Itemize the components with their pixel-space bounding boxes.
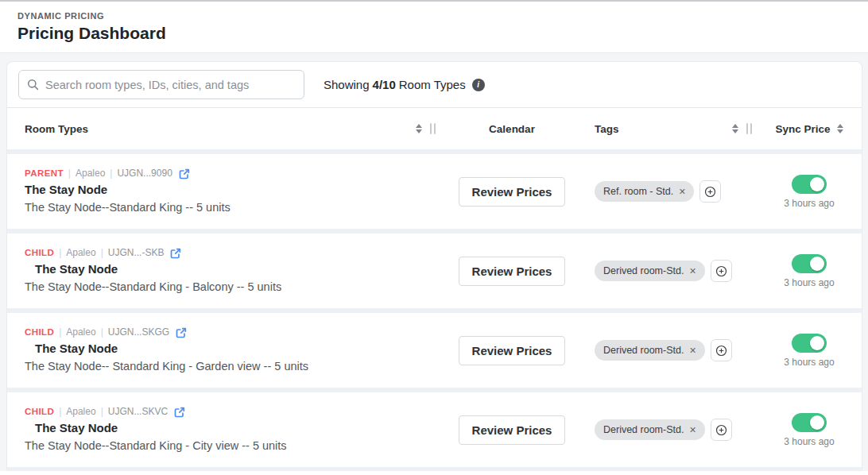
table-header: Room Types Calendar Tags Sync Price <box>7 108 862 149</box>
toggle-knob <box>810 336 824 350</box>
sync-cell: 3 hours ago <box>757 413 862 447</box>
plus-circle-icon <box>715 423 728 437</box>
tag-pill[interactable]: Derived room-Std. × <box>595 419 705 440</box>
room-types-card: Showing 4/10 Room Types i Room Types Cal… <box>6 61 862 471</box>
title-section: DYNAMIC PRICING Pricing Dashboard <box>0 2 868 53</box>
sync-cell: 3 hours ago <box>757 334 862 368</box>
info-icon[interactable]: i <box>472 79 485 91</box>
relation-badge: CHILD <box>25 406 54 418</box>
table-row: CHILD | Apaleo | UJGN...SKGG The Stay No… <box>7 313 862 388</box>
room-info-cell: PARENT | Apaleo | UJGN...9090 The Stay N… <box>7 168 440 215</box>
room-description: The Stay Node-- Standard King - Garden v… <box>25 359 440 375</box>
sync-cell: 3 hours ago <box>757 175 862 209</box>
external-link-icon[interactable] <box>179 168 190 180</box>
room-meta: CHILD | Apaleo | UJGN...-SKB <box>25 247 440 260</box>
tag-pill[interactable]: Derived room-Std. × <box>595 261 705 281</box>
room-description: The Stay Node--Standard King - City view… <box>25 438 440 454</box>
search-input[interactable] <box>45 79 296 91</box>
calendar-cell: Review Prices <box>440 177 583 207</box>
review-prices-button[interactable]: Review Prices <box>459 415 566 445</box>
header-tags[interactable]: Tags <box>583 123 757 135</box>
tags-cell: Derived room-Std. × <box>583 419 757 441</box>
add-tag-button[interactable] <box>711 339 732 361</box>
relation-badge: CHILD <box>25 326 54 338</box>
last-synced: 3 hours ago <box>784 198 834 209</box>
sync-cell: 3 hours ago <box>757 254 862 288</box>
tags-cell: Derived room-Std. × <box>583 339 757 361</box>
sort-icon[interactable] <box>732 124 738 133</box>
remove-tag-icon[interactable]: × <box>689 424 696 435</box>
header-calendar: Calendar <box>440 123 583 135</box>
room-name: The Stay Node <box>25 182 440 198</box>
relation-badge: PARENT <box>25 168 64 180</box>
toggle-knob <box>810 257 824 271</box>
room-name: The Stay Node <box>35 420 440 436</box>
page-title: Pricing Dashboard <box>17 24 868 43</box>
room-name: The Stay Node <box>35 341 440 357</box>
table-row: PARENT | Apaleo | UJGN...9090 The Stay N… <box>7 154 862 229</box>
column-resize-handle[interactable] <box>746 123 752 134</box>
content-area: Showing 4/10 Room Types i Room Types Cal… <box>0 53 868 471</box>
header-sync-price[interactable]: Sync Price <box>757 123 862 135</box>
review-prices-button[interactable]: Review Prices <box>459 177 566 207</box>
review-prices-button[interactable]: Review Prices <box>459 257 566 286</box>
room-meta: CHILD | Apaleo | UJGN...SKVC <box>25 406 440 419</box>
external-link-icon[interactable] <box>170 248 181 259</box>
sort-icon[interactable] <box>416 124 422 133</box>
calendar-cell: Review Prices <box>440 415 583 445</box>
calendar-cell: Review Prices <box>440 336 583 365</box>
sort-icon[interactable] <box>837 124 843 133</box>
tag-label: Derived room-Std. <box>603 424 684 435</box>
last-synced: 3 hours ago <box>784 436 834 447</box>
toggle-knob <box>810 177 824 191</box>
pricing-dashboard-page: DYNAMIC PRICING Pricing Dashboard Showin… <box>0 0 868 475</box>
toggle-knob <box>810 415 824 430</box>
showing-count-value: 4/10 <box>373 78 396 91</box>
room-description: The Stay Node--Standard King - Balcony -… <box>25 280 440 295</box>
header-room-types[interactable]: Room Types <box>7 123 440 135</box>
room-meta: PARENT | Apaleo | UJGN...9090 <box>25 168 440 180</box>
source-label: Apaleo <box>66 326 95 339</box>
sync-toggle[interactable] <box>792 254 827 273</box>
room-info-cell: CHILD | Apaleo | UJGN...SKGG The Stay No… <box>7 326 440 374</box>
tag-label: Ref. room - Std. <box>603 186 673 197</box>
tags-cell: Derived room-Std. × <box>583 260 757 282</box>
room-info-cell: CHILD | Apaleo | UJGN...SKVC The Stay No… <box>7 406 440 454</box>
relation-badge: CHILD <box>25 247 54 259</box>
plus-circle-icon <box>715 344 728 357</box>
room-id: UJGN...SKGG <box>108 326 169 339</box>
table-row: CHILD | Apaleo | UJGN...SKVC The Stay No… <box>7 392 862 467</box>
room-name: The Stay Node <box>35 261 440 277</box>
external-link-icon[interactable] <box>174 407 185 418</box>
search-box[interactable] <box>18 70 304 99</box>
room-info-cell: CHILD | Apaleo | UJGN...-SKB The Stay No… <box>7 247 440 295</box>
room-id: UJGN...9090 <box>117 168 172 180</box>
column-resize-handle[interactable] <box>430 123 436 134</box>
search-icon <box>27 79 39 91</box>
remove-tag-icon[interactable]: × <box>689 265 696 276</box>
tags-cell: Ref. room - Std. × <box>583 180 757 203</box>
source-label: Apaleo <box>66 406 95 419</box>
external-link-icon[interactable] <box>176 327 187 338</box>
review-prices-button[interactable]: Review Prices <box>459 336 566 365</box>
add-tag-button[interactable] <box>711 419 732 441</box>
add-tag-button[interactable] <box>711 260 732 282</box>
add-tag-button[interactable] <box>699 180 721 203</box>
remove-tag-icon[interactable]: × <box>689 345 696 356</box>
room-id: UJGN...-SKB <box>108 247 165 260</box>
plus-circle-icon <box>715 265 728 278</box>
table-row: CHILD | Apaleo | UJGN...-SKB The Stay No… <box>7 234 862 308</box>
sync-toggle[interactable] <box>792 334 827 353</box>
sync-toggle[interactable] <box>792 413 827 432</box>
last-synced: 3 hours ago <box>784 357 834 368</box>
showing-count: Showing 4/10 Room Types i <box>324 78 485 91</box>
room-meta: CHILD | Apaleo | UJGN...SKGG <box>25 326 440 339</box>
sync-toggle[interactable] <box>792 175 827 194</box>
tag-label: Derived room-Std. <box>603 265 684 276</box>
remove-tag-icon[interactable]: × <box>679 186 685 197</box>
tag-pill[interactable]: Ref. room - Std. × <box>595 181 694 202</box>
source-label: Apaleo <box>76 168 105 180</box>
tag-pill[interactable]: Derived room-Std. × <box>595 340 705 361</box>
source-label: Apaleo <box>66 247 95 260</box>
plus-circle-icon <box>703 185 717 199</box>
